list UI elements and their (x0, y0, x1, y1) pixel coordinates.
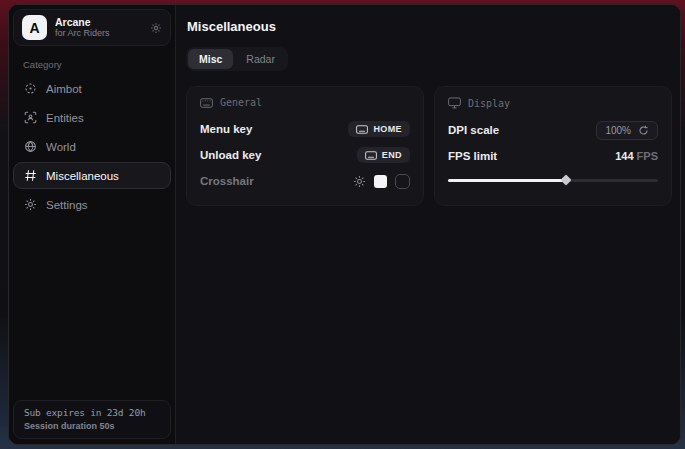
fps-limit-slider[interactable] (448, 175, 658, 185)
sidebar-item-world[interactable]: World (13, 133, 171, 160)
sidebar-item-label: Entities (46, 112, 84, 124)
gear-icon[interactable] (353, 175, 366, 188)
crosshair-controls (353, 174, 410, 189)
sidebar-item-miscellaneous[interactable]: Miscellaneous (13, 162, 171, 189)
brand-text: Arcane for Arc Riders (55, 16, 142, 38)
unload-key-row: Unload key END (200, 143, 410, 167)
general-panel: General Menu key HOME (186, 86, 424, 206)
unload-key-value: END (382, 150, 402, 160)
sidebar: A Arcane for Arc Riders Category (9, 5, 176, 444)
fps-limit-value: 144 FPS (615, 150, 658, 162)
brand-subtitle: for Arc Riders (55, 28, 142, 38)
menu-key-bind-button[interactable]: HOME (348, 121, 410, 137)
sidebar-item-label: Settings (46, 199, 88, 211)
general-panel-header: General (200, 97, 410, 108)
grid-icon (24, 169, 37, 182)
subscription-status-card: Sub expires in 23d 20h Session duration … (13, 400, 171, 439)
session-duration-text: Session duration 50s (24, 421, 160, 431)
slider-fill (448, 179, 566, 182)
app-window: A Arcane for Arc Riders Category (8, 4, 681, 445)
menu-key-row: Menu key HOME (200, 117, 410, 141)
globe-icon (24, 140, 37, 153)
crosshair-label: Crosshair (200, 175, 254, 187)
sidebar-item-label: Aimbot (46, 83, 82, 95)
panel-header-label: General (220, 97, 262, 108)
fps-limit-row: FPS limit 144 FPS (448, 144, 658, 168)
sidebar-item-settings[interactable]: Settings (13, 191, 171, 218)
fps-number: 144 (615, 150, 633, 162)
monitor-icon (448, 97, 461, 109)
sub-expires-text: Sub expires in 23d 20h (24, 407, 160, 418)
unload-key-label: Unload key (200, 149, 261, 161)
sidebar-nav: Aimbot Entities (13, 75, 171, 218)
target-icon (24, 82, 37, 95)
display-panel-header: Display (448, 97, 658, 109)
entities-icon (24, 111, 37, 124)
dpi-scale-selector[interactable]: 100% (596, 121, 658, 140)
sidebar-item-label: World (46, 141, 76, 153)
brand-title: Arcane (55, 16, 142, 28)
menu-key-label: Menu key (200, 123, 252, 135)
page-title: Miscellaneous (187, 19, 672, 34)
gear-icon[interactable] (150, 22, 162, 34)
brand-card[interactable]: A Arcane for Arc Riders (13, 9, 171, 46)
tab-misc[interactable]: Misc (188, 49, 233, 69)
keyboard-icon (365, 151, 377, 160)
fps-unit: FPS (637, 150, 658, 162)
dpi-scale-label: DPI scale (448, 124, 499, 136)
category-label: Category (23, 59, 171, 70)
unload-key-bind-button[interactable]: END (357, 147, 410, 163)
panel-header-label: Display (468, 98, 510, 109)
fps-limit-label: FPS limit (448, 150, 497, 162)
slider-thumb[interactable] (560, 174, 571, 185)
dpi-scale-row: DPI scale 100% (448, 118, 658, 142)
dpi-scale-value: 100% (605, 125, 631, 136)
keyboard-icon (200, 98, 213, 108)
display-panel: Display DPI scale 100% (434, 86, 672, 206)
refresh-icon[interactable] (638, 125, 649, 136)
brand-logo: A (22, 15, 47, 40)
tab-radar[interactable]: Radar (235, 49, 286, 69)
main-content: Miscellaneous Misc Radar General (176, 5, 681, 444)
menu-key-value: HOME (373, 124, 402, 134)
panel-row: General Menu key HOME (186, 86, 672, 206)
crosshair-color-swatch[interactable] (374, 175, 387, 188)
sidebar-item-entities[interactable]: Entities (13, 104, 171, 131)
sidebar-item-label: Miscellaneous (46, 170, 119, 182)
keyboard-icon (356, 125, 368, 134)
crosshair-checkbox[interactable] (395, 174, 410, 189)
sidebar-item-aimbot[interactable]: Aimbot (13, 75, 171, 102)
gear-icon (24, 198, 37, 211)
tab-bar: Misc Radar (186, 47, 288, 71)
crosshair-row: Crosshair (200, 169, 410, 193)
